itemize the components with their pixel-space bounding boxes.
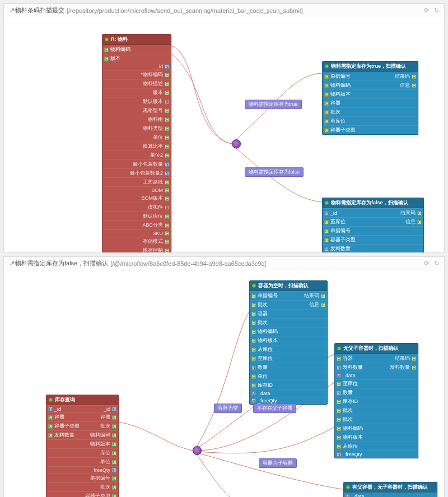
port-pin[interactable]: C xyxy=(321,294,325,298)
port-pin[interactable]: C xyxy=(165,118,169,122)
port-pin[interactable]: B xyxy=(165,205,169,210)
port-pin[interactable]: C xyxy=(251,357,256,361)
port-pin[interactable]: C xyxy=(165,91,169,95)
port-pin[interactable]: C xyxy=(165,73,169,77)
port-pin[interactable]: C xyxy=(48,433,53,438)
refresh-icon[interactable]: ↻ xyxy=(433,7,440,14)
port-pin[interactable]: N xyxy=(251,398,256,403)
port-pin[interactable]: M xyxy=(337,373,341,378)
port-pin[interactable]: C xyxy=(112,424,116,429)
port-pin[interactable]: C xyxy=(112,460,116,465)
port-pin[interactable]: C xyxy=(412,357,416,361)
port-pin[interactable]: C xyxy=(337,435,341,440)
port-pin[interactable]: C xyxy=(165,188,169,193)
port-pin[interactable]: C xyxy=(165,214,169,219)
port-pin[interactable]: C xyxy=(112,476,116,481)
port-pin[interactable]: C xyxy=(251,294,256,298)
port-pin[interactable]: C xyxy=(165,144,169,149)
node-parent-no-child[interactable]: 有父容器，无子容器时，扫描确认 M_dataC容器子类型 xyxy=(343,482,437,497)
port-pin[interactable]: C xyxy=(324,128,329,133)
port-pin[interactable]: C xyxy=(337,418,341,422)
port-pin[interactable]: C xyxy=(165,231,169,236)
port-pin[interactable]: N xyxy=(165,64,169,69)
port-pin[interactable]: C xyxy=(324,220,329,224)
port-pin[interactable]: N xyxy=(165,171,169,176)
port-pin[interactable]: C xyxy=(417,211,422,215)
port-pin[interactable]: C xyxy=(251,303,256,307)
port-pin[interactable]: C xyxy=(321,303,325,307)
port-pin[interactable]: C xyxy=(324,229,329,233)
port-pin[interactable]: C xyxy=(324,101,329,106)
node-material[interactable]: R: 物料 C物料编码C版本 _idN*物料编码C物料描述C版本C默认版本B规格… xyxy=(102,34,171,252)
port-pin[interactable]: C xyxy=(165,153,169,158)
port-pin[interactable]: C xyxy=(417,220,422,224)
port-pin[interactable]: N xyxy=(337,452,341,457)
port-pin[interactable]: C xyxy=(165,109,169,113)
reload-icon[interactable]: ⟳ xyxy=(423,260,430,267)
port-pin[interactable]: C xyxy=(165,135,169,140)
port-pin[interactable]: C xyxy=(251,383,256,388)
port-pin[interactable]: M xyxy=(346,494,350,497)
port-pin[interactable]: C xyxy=(324,238,329,242)
port-pin[interactable]: C xyxy=(48,415,53,420)
port-pin[interactable]: C xyxy=(251,374,256,379)
port-pin[interactable]: C xyxy=(412,365,416,370)
port-pin[interactable]: C xyxy=(324,74,329,79)
port-pin[interactable]: C xyxy=(337,357,341,361)
port-pin[interactable]: C xyxy=(165,240,169,244)
port-pin[interactable]: C xyxy=(337,409,341,413)
node-empty-container[interactable]: 容器为空时，扫描确认 C单据编号结果码CC批次信息CC容器C批次C物料编码C物料… xyxy=(249,280,328,405)
port-pin[interactable]: C xyxy=(412,74,416,79)
port-pin[interactable]: C xyxy=(104,48,109,52)
port-pin[interactable]: N xyxy=(337,365,341,370)
port-pin[interactable]: C xyxy=(112,442,116,447)
node-true-confirm[interactable]: 物料需指定库存为true，扫描确认 C单据编号结果码CC物料编码信息CC物料版本… xyxy=(322,61,418,135)
port-pin[interactable]: C xyxy=(112,494,116,498)
port-pin[interactable]: C xyxy=(324,110,329,115)
port-pin[interactable]: C xyxy=(251,348,256,352)
port-pin[interactable]: C xyxy=(251,330,256,334)
port-pin[interactable]: N xyxy=(324,211,329,215)
port-pin[interactable]: N xyxy=(251,365,256,370)
port-pin[interactable]: C xyxy=(251,321,256,325)
node-no-parent-child[interactable]: 无父子容器时，扫描确认 C容器结果码CN发料数量发料数量CM_dataC至库位N… xyxy=(334,343,418,458)
port-pin[interactable]: C xyxy=(112,433,116,438)
port-pin[interactable]: C xyxy=(165,82,169,86)
port-pin[interactable]: N xyxy=(165,162,169,167)
port-pin[interactable]: C xyxy=(324,92,329,97)
flow-hub[interactable] xyxy=(232,139,241,148)
port-pin[interactable]: C xyxy=(112,485,116,490)
port-pin[interactable]: C xyxy=(112,451,116,456)
port-pin[interactable]: M xyxy=(251,391,256,396)
port-pin[interactable]: C xyxy=(165,196,169,201)
refresh-icon[interactable]: ↻ xyxy=(433,260,440,267)
port-pin[interactable]: N xyxy=(112,468,116,472)
port-pin[interactable]: C xyxy=(104,57,109,61)
reload-icon[interactable]: ⟳ xyxy=(423,7,430,14)
port-pin[interactable]: C xyxy=(165,248,169,253)
port-pin[interactable]: C xyxy=(337,426,341,431)
port-pin[interactable]: N xyxy=(112,407,116,411)
port-pin[interactable]: C xyxy=(251,339,256,343)
port-pin[interactable]: B xyxy=(165,100,169,104)
port-pin[interactable]: C xyxy=(412,83,416,88)
port-pin[interactable]: C xyxy=(337,400,341,404)
port-pin[interactable]: C xyxy=(112,415,116,420)
flow-canvas[interactable]: 库存查询 N_id_idNC容器容器CC容器子类型批次CC发料数量物料编码C物料… xyxy=(4,270,444,497)
port-pin[interactable]: C xyxy=(48,424,53,429)
port-pin[interactable]: C xyxy=(337,382,341,386)
port-pin[interactable]: N xyxy=(48,407,53,411)
flow-hub[interactable] xyxy=(193,446,202,455)
port-pin[interactable]: C xyxy=(165,223,169,228)
port-pin[interactable]: N xyxy=(324,247,329,251)
port-pin[interactable]: N xyxy=(337,391,341,395)
port-pin[interactable]: C xyxy=(165,180,169,185)
port-pin[interactable]: C xyxy=(165,126,169,131)
flow-canvas[interactable]: R: 物料 C物料编码C版本 _idN*物料编码C物料描述C版本C默认版本B规格… xyxy=(4,17,444,252)
port-pin[interactable]: C xyxy=(251,312,256,316)
port-pin[interactable]: C xyxy=(324,83,329,88)
port-pin[interactable]: C xyxy=(324,119,329,124)
port-pin[interactable]: C xyxy=(337,444,341,449)
node-stock-query[interactable]: 库存查询 N_id_idNC容器容器CC容器子类型批次CC发料数量物料编码C物料… xyxy=(46,395,119,497)
node-false-confirm[interactable]: 物料需指定库存为false，扫描确认 N_id结果码CC至库位信息CC单据编号C… xyxy=(322,198,424,252)
